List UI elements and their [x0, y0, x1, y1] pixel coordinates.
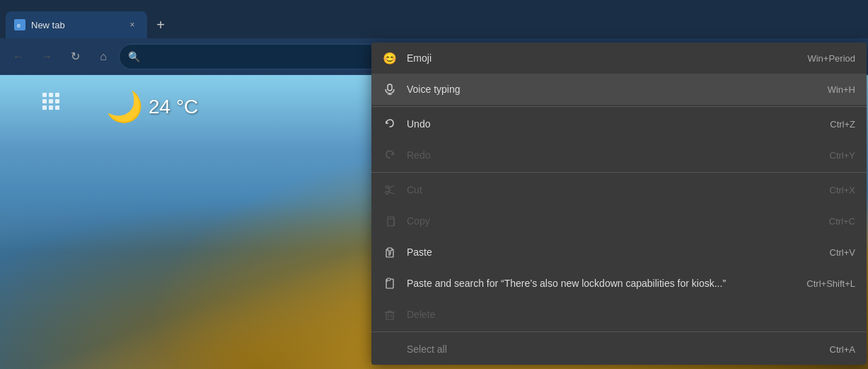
svg-rect-26 [387, 278, 390, 280]
home-button[interactable]: ⌂ [91, 44, 116, 69]
voice-typing-shortcut: Win+H [828, 84, 855, 95]
svg-rect-27 [386, 312, 393, 319]
menu-item-paste[interactable]: Paste Ctrl+V [371, 237, 867, 268]
menu-item-cut[interactable]: Cut Ctrl+X [371, 174, 867, 205]
tab-close-button[interactable]: × [126, 18, 139, 31]
menu-item-select-all[interactable]: Select all Ctrl+A [371, 334, 867, 365]
back-button[interactable]: ← [6, 44, 31, 69]
back-icon: ← [13, 50, 24, 63]
undo-label: Undo [407, 118, 820, 130]
paste-search-label: Paste and search for “There’s also new l… [407, 278, 797, 289]
svg-line-17 [388, 190, 390, 192]
paste-search-shortcut: Ctrl+Shift+L [806, 278, 855, 289]
copy-icon [383, 214, 397, 228]
menu-item-undo[interactable]: Undo Ctrl+Z [371, 108, 867, 140]
separator-1 [371, 106, 867, 107]
refresh-button[interactable]: ↻ [62, 44, 88, 69]
microphone-icon [383, 82, 397, 96]
separator-3 [371, 331, 867, 332]
redo-shortcut: Ctrl+Y [830, 150, 855, 161]
svg-rect-9 [388, 84, 392, 91]
paste-label: Paste [407, 246, 820, 258]
menu-item-paste-search[interactable]: Paste and search for “There’s also new l… [371, 268, 867, 299]
svg-line-15 [388, 192, 394, 195]
trash-icon [383, 307, 397, 322]
select-all-icon [383, 342, 397, 356]
emoji-label: Emoji [407, 52, 797, 64]
separator-2 [371, 172, 867, 173]
tab-favicon: e [14, 19, 25, 30]
svg-point-13 [386, 191, 388, 194]
undo-shortcut: Ctrl+Z [830, 119, 855, 130]
voice-typing-label: Voice typing [407, 84, 818, 95]
weather-widget: 🌙 24 °C [35, 89, 198, 124]
refresh-icon: ↻ [71, 50, 80, 63]
copy-shortcut: Ctrl+C [829, 216, 855, 227]
svg-point-12 [386, 186, 388, 188]
home-icon: ⌂ [100, 50, 107, 63]
cut-label: Cut [407, 184, 820, 195]
undo-icon [383, 117, 397, 131]
temperature-display: 24 °C [149, 96, 198, 118]
redo-icon [383, 148, 397, 162]
copy-label: Copy [407, 215, 819, 227]
menu-item-delete[interactable]: Delete [371, 299, 867, 330]
moon-icon: 🌙 [106, 89, 143, 124]
svg-text:e: e [17, 22, 21, 29]
select-all-label: Select all [407, 344, 820, 355]
forward-button[interactable]: → [34, 44, 59, 69]
scissors-icon [383, 183, 397, 197]
menu-item-redo[interactable]: Redo Ctrl+Y [371, 140, 867, 171]
delete-label: Delete [407, 309, 845, 320]
active-tab[interactable]: e New tab × [6, 11, 147, 38]
search-icon: 🔍 [128, 51, 140, 62]
forward-icon: → [41, 50, 52, 63]
menu-item-copy[interactable]: Copy Ctrl+C [371, 205, 867, 237]
svg-line-14 [388, 186, 394, 188]
cut-shortcut: Ctrl+X [830, 185, 855, 195]
select-all-shortcut: Ctrl+A [830, 344, 855, 355]
svg-rect-20 [388, 248, 392, 251]
tab-bar: e New tab × + [0, 0, 868, 38]
context-menu: 😊 Emoji Win+Period Voice typing Win+H Un… [371, 42, 867, 365]
paste-icon [383, 245, 397, 259]
emoji-icon: 😊 [383, 51, 397, 65]
menu-item-voice-typing[interactable]: Voice typing Win+H [371, 74, 867, 105]
paste-shortcut: Ctrl+V [830, 247, 855, 258]
new-tab-button[interactable]: + [150, 14, 171, 35]
redo-label: Redo [407, 149, 820, 161]
paste-search-icon [383, 276, 397, 290]
menu-item-emoji[interactable]: 😊 Emoji Win+Period [371, 42, 867, 74]
tab-title: New tab [31, 20, 120, 30]
emoji-shortcut: Win+Period [807, 53, 855, 64]
